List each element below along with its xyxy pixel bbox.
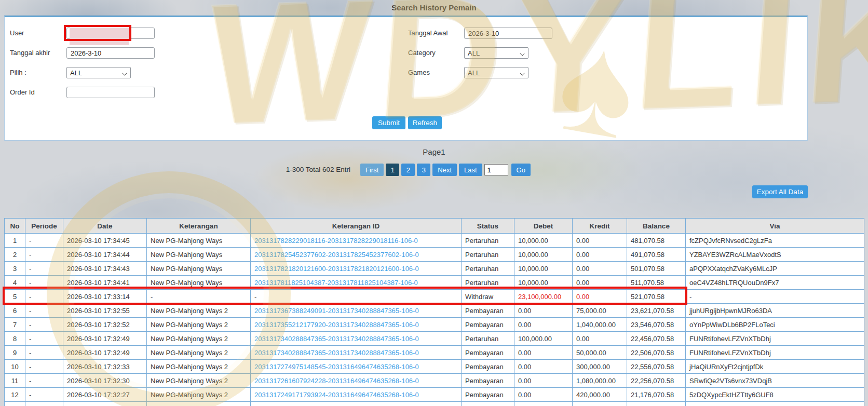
table-row: 3-2026-03-10 17:34:43New PG-Mahjong Ways…	[5, 262, 864, 276]
table-row: 4-2026-03-10 17:34:41New PG-Mahjong Ways…	[5, 276, 864, 290]
table-row: 11-2026-03-10 17:32:30New PG-Mahjong Way…	[5, 374, 864, 388]
cell-keterangan_id: 2031317828229018116-2031317828229018116-…	[251, 234, 462, 248]
cell-via: -	[686, 290, 864, 304]
table-row: 12-2026-03-10 17:32:27New PG-Mahjong Way…	[5, 388, 864, 402]
cell-keterangan_id: 2031317821820121600-2031317821820121600-…	[251, 262, 462, 276]
cell-balance: 501,070.58	[627, 262, 686, 276]
keterangan-id-link[interactable]: 2031317825452377602-2031317825452377602-…	[254, 251, 419, 259]
page: Search History Pemain User Tanggal akhir…	[0, 0, 868, 406]
cell-kredit: 1,080,000.00	[573, 374, 627, 388]
keterangan-id-link[interactable]: 2031317274975148545-2031316496474635268-…	[254, 363, 419, 371]
cell-no: 4	[5, 276, 25, 290]
cell-debet: 0.00	[514, 360, 573, 374]
cell-no: 2	[5, 248, 25, 262]
submit-button[interactable]: Submit	[372, 116, 405, 129]
cell-keterangan_id: 2031317261607924228-2031316496474635268-…	[251, 374, 462, 388]
cell-keterangan: New PG-Mahjong Ways 2	[147, 304, 251, 318]
cell-periode: -	[25, 262, 63, 276]
cell-empty	[63, 402, 147, 406]
red-amount: 0.00	[576, 293, 589, 301]
cell-kredit: 50,000.00	[573, 346, 627, 360]
refresh-button[interactable]: Refresh	[408, 116, 442, 129]
cell-periode: -	[25, 360, 63, 374]
page-button-2[interactable]: 2	[401, 164, 415, 176]
keterangan-id-link[interactable]: 2031317261607924228-2031316496474635268-…	[254, 377, 419, 385]
keterangan-id-link[interactable]: 2031317355212177920-2031317340288847365-…	[254, 321, 419, 329]
pilih-select[interactable]: ALL	[66, 67, 131, 78]
page-button-3[interactable]: 3	[417, 164, 430, 176]
cell-empty	[573, 402, 627, 406]
cell-empty	[514, 402, 573, 406]
order-id-input[interactable]	[66, 87, 155, 98]
column-header: Keterangan ID	[251, 219, 462, 234]
category-select[interactable]: ALL	[464, 47, 528, 59]
cell-date: 2026-03-10 17:32:33	[63, 360, 147, 374]
games-select[interactable]: ALL	[464, 67, 528, 78]
table-body: 1-2026-03-10 17:34:45New PG-Mahjong Ways…	[5, 234, 864, 406]
keterangan-id-link[interactable]: 2031317367388249091-2031317340288847365-…	[254, 307, 419, 315]
keterangan-id-link[interactable]: 2031317828229018116-2031317828229018116-…	[254, 237, 418, 245]
keterangan-id-link[interactable]: 2031317340288847365-2031317340288847365-…	[254, 349, 419, 357]
user-label: User	[10, 28, 24, 39]
cell-empty	[686, 402, 864, 406]
pagination-buttons: First 123 Next Last Go	[360, 164, 533, 176]
cell-debet: 0.00	[514, 374, 573, 388]
page-title: Search History Pemain	[0, 3, 868, 12]
cell-kredit: 0.00	[573, 332, 627, 346]
cell-balance: 22,506,070.58	[627, 346, 686, 360]
cell-status: Pertaruhan	[462, 262, 514, 276]
table-row: 5-2026-03-10 17:33:14--Withdraw23,100,00…	[5, 290, 864, 304]
go-button[interactable]: Go	[511, 164, 531, 176]
cell-status: Pertaruhan	[462, 248, 514, 262]
column-header: Keterangan	[147, 219, 251, 234]
cell-keterangan: New PG-Mahjong Ways 2	[147, 374, 251, 388]
cell-date: 2026-03-10 17:32:27	[63, 388, 147, 402]
table-row: 10-2026-03-10 17:32:33New PG-Mahjong Way…	[5, 360, 864, 374]
tanggal-akhir-input[interactable]	[66, 47, 155, 59]
cell-status: Pertaruhan	[462, 276, 514, 290]
cell-balance: 481,070.58	[627, 234, 686, 248]
cell-empty	[462, 402, 514, 406]
chevron-down-icon	[520, 71, 525, 75]
cell-keterangan: New PG-Mahjong Ways 2	[147, 332, 251, 346]
category-label: Category	[408, 47, 436, 59]
cell-kredit: 0.00	[573, 234, 627, 248]
table-row: 2-2026-03-10 17:34:44New PG-Mahjong Ways…	[5, 248, 864, 262]
cell-debet: 0.00	[514, 346, 573, 360]
goto-page-input[interactable]	[484, 164, 508, 175]
cell-keterangan: New PG-Mahjong Ways	[147, 234, 251, 248]
cell-keterangan_id: 2031317340288847365-2031317340288847365-…	[251, 346, 462, 360]
cell-kredit: 75,000.00	[573, 304, 627, 318]
last-page-button[interactable]: Last	[459, 164, 482, 176]
column-header: Kredit	[573, 219, 627, 234]
first-page-button[interactable]: First	[360, 164, 384, 176]
cell-status: Pembayaran	[462, 304, 514, 318]
chevron-down-icon	[520, 51, 525, 56]
cell-debet: 100,000.00	[514, 332, 573, 346]
cell-periode: -	[25, 248, 63, 262]
next-page-button[interactable]: Next	[432, 164, 457, 176]
cell-status: Pembayaran	[462, 374, 514, 388]
cell-balance: 23,621,070.58	[627, 304, 686, 318]
keterangan-id-link[interactable]: 2031317249171793924-2031316496474635268-…	[254, 391, 419, 399]
tanggal-awal-input[interactable]	[464, 28, 552, 39]
cell-keterangan: New PG-Mahjong Ways	[147, 276, 251, 290]
history-table-wrap: NoPeriodeDateKeteranganKeterangan IDStat…	[4, 218, 864, 406]
pilih-label: Pilih :	[10, 67, 26, 78]
keterangan-id-link[interactable]: 2031317821820121600-2031317821820121600-…	[254, 265, 419, 273]
export-all-data-button[interactable]: Export All Data	[752, 185, 808, 198]
keterangan-id-link[interactable]: 2031317340288847365-2031317340288847365-…	[254, 335, 419, 343]
page-button-1[interactable]: 1	[386, 164, 399, 176]
cell-via: FUNRtifohevLFZVnXTbDhj	[686, 332, 864, 346]
cell-via: 5zDQXypcEktHZTtty6GUF8	[686, 388, 864, 402]
cell-status: Pertaruhan	[462, 332, 514, 346]
cell-via: FUNRtifohevLFZVnXTbDhj	[686, 346, 864, 360]
cell-keterangan_id: 2031317367388249091-2031317340288847365-…	[251, 304, 462, 318]
cell-kredit: 0.00	[573, 248, 627, 262]
cell-status: Pembayaran	[462, 360, 514, 374]
column-header: Via	[686, 219, 864, 234]
cell-periode: -	[25, 388, 63, 402]
cell-keterangan_id: 2031317825452377602-2031317825452377602-…	[251, 248, 462, 262]
keterangan-id-link[interactable]: 2031317811825104387-2031317811825104387-…	[254, 279, 418, 287]
cell-keterangan: -	[147, 290, 251, 304]
